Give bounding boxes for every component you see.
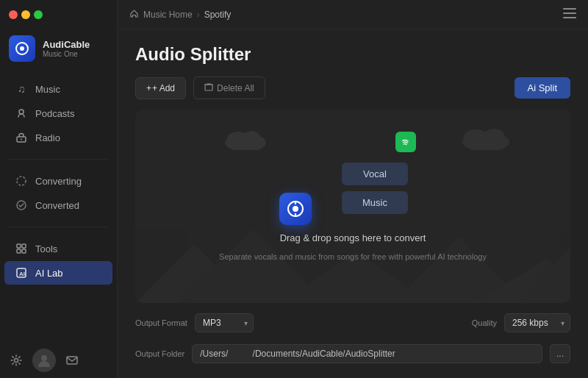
svg-text:AI: AI [19, 271, 25, 277]
drop-zone[interactable]: Vocal Music Drag & drop songs here to co… [135, 110, 570, 303]
sidebar-podcasts-label: Podcasts [35, 108, 74, 119]
delete-label: Delete All [217, 83, 254, 93]
sidebar-converting-label: Converting [35, 176, 82, 187]
svg-rect-9 [17, 249, 21, 253]
add-button[interactable]: + + Add [135, 77, 186, 99]
sidebar-converted-label: Converted [35, 200, 79, 211]
app-logo-icon [9, 35, 35, 62]
breadcrumb: Music Home › Spotify [129, 9, 231, 21]
quality-select[interactable]: 128 kbps 192 kbps 256 kbps 320 kbps [504, 313, 570, 332]
ai-split-button[interactable]: Ai Split [514, 77, 570, 99]
output-folder-row: Output Folder ... [135, 344, 570, 363]
sidebar-tools-label: Tools [35, 243, 57, 254]
delete-all-button[interactable]: Delete All [193, 76, 265, 99]
drop-sub-text: Separate vocals and music from songs for… [219, 252, 487, 261]
converted-icon [15, 199, 28, 212]
delete-icon [204, 82, 213, 93]
app-subtitle: Music One [43, 50, 90, 58]
minimize-button[interactable] [21, 10, 30, 19]
music-icon: ♫ [15, 82, 28, 96]
svg-point-2 [19, 110, 24, 114]
sidebar-music-label: Music [35, 84, 60, 95]
drop-illustration: Vocal Music [279, 151, 426, 225]
folder-label: Output Folder [135, 349, 184, 358]
quality-label: Quality [472, 318, 497, 327]
converting-icon [15, 174, 28, 188]
svg-point-14 [41, 355, 47, 361]
tools-icon [15, 242, 28, 255]
sidebar-item-music[interactable]: ♫ Music [4, 77, 112, 101]
content-area: Audio Splitter + + Add Delete All Ai Spl… [118, 29, 588, 378]
sidebar-item-podcasts[interactable]: Podcasts [4, 101, 112, 125]
toolbar: + + Add Delete All Ai Split [135, 76, 570, 99]
main-content: Music Home › Spotify Audio Splitter + + … [118, 0, 588, 378]
bottom-settings-area: Output Format MP3 AAC FLAC WAV Quality [135, 313, 570, 363]
svg-rect-15 [67, 357, 77, 364]
app-name: AudiCable [43, 39, 90, 50]
quality-row: Quality 128 kbps 192 kbps 256 kbps 320 k… [472, 313, 570, 332]
sidebar-item-ailab[interactable]: AI AI Lab [4, 261, 112, 285]
folder-path-input[interactable] [192, 344, 542, 363]
cloud-right-icon [460, 124, 512, 150]
ailab-icon: AI [15, 266, 28, 279]
svg-point-1 [20, 46, 24, 51]
sidebar-divider-1 [9, 159, 108, 160]
sidebar-item-converting[interactable]: Converting [4, 169, 112, 193]
svg-rect-16 [563, 8, 576, 10]
sidebar-item-tools[interactable]: Tools [4, 237, 112, 260]
traffic-lights [9, 10, 43, 19]
format-quality-row: Output Format MP3 AAC FLAC WAV Quality [135, 313, 570, 332]
svg-point-34 [293, 206, 298, 212]
svg-rect-10 [22, 249, 26, 253]
fullscreen-button[interactable] [34, 10, 43, 19]
breadcrumb-home: Music Home [143, 10, 193, 20]
user-avatar[interactable] [32, 349, 56, 372]
mail-button[interactable] [60, 349, 84, 372]
svg-point-4 [21, 139, 22, 140]
sidebar-ailab-label: AI Lab [35, 268, 63, 279]
home-icon [129, 9, 139, 21]
breadcrumb-separator: › [197, 10, 200, 20]
close-button[interactable] [9, 10, 18, 19]
svg-rect-17 [563, 13, 576, 14]
spotify-badge [395, 132, 416, 152]
app-brand: AudiCable Music One [0, 29, 117, 74]
page-title: Audio Splitter [135, 44, 570, 65]
svg-rect-18 [563, 17, 576, 18]
sidebar-item-radio[interactable]: Radio [4, 126, 112, 149]
podcasts-icon [15, 107, 28, 120]
sidebar-footer [0, 343, 117, 378]
format-select[interactable]: MP3 AAC FLAC WAV [195, 313, 254, 332]
cloud-left-icon [223, 128, 268, 150]
radio-icon [15, 131, 28, 144]
quality-select-wrapper: 128 kbps 192 kbps 256 kbps 320 kbps [504, 313, 570, 332]
add-icon: + [146, 83, 151, 93]
format-label: Output Format [135, 318, 187, 327]
app-icon-main [279, 193, 312, 225]
drop-main-text: Drag & drop songs here to convert [280, 232, 426, 243]
breadcrumb-current: Spotify [204, 10, 232, 20]
sidebar: AudiCable Music One ♫ Music Podcasts [0, 0, 118, 378]
sidebar-item-converted[interactable]: Converted [4, 193, 112, 217]
format-select-wrapper: MP3 AAC FLAC WAV [195, 313, 254, 332]
sidebar-radio-label: Radio [35, 132, 60, 143]
svg-point-28 [243, 131, 260, 144]
svg-point-13 [15, 359, 18, 363]
svg-rect-19 [205, 85, 212, 90]
top-bar: Music Home › Spotify [118, 0, 588, 29]
split-buttons: Vocal Music [342, 163, 408, 214]
drop-content-text: Drag & drop songs here to convert Separa… [219, 232, 487, 261]
vocal-button[interactable]: Vocal [342, 163, 408, 185]
sidebar-nav: ♫ Music Podcasts Radio [0, 74, 117, 153]
music-button[interactable]: Music [342, 191, 408, 214]
titlebar [0, 0, 117, 29]
folder-browse-button[interactable]: ... [550, 344, 570, 363]
output-format-row: Output Format MP3 AAC FLAC WAV [135, 313, 254, 332]
svg-rect-8 [22, 244, 26, 248]
menu-icon[interactable] [563, 8, 576, 21]
settings-button[interactable] [4, 349, 28, 372]
svg-point-31 [484, 129, 504, 143]
svg-point-5 [17, 176, 26, 185]
sidebar-converting-section: Converting Converted [0, 165, 117, 221]
svg-rect-7 [17, 244, 21, 248]
